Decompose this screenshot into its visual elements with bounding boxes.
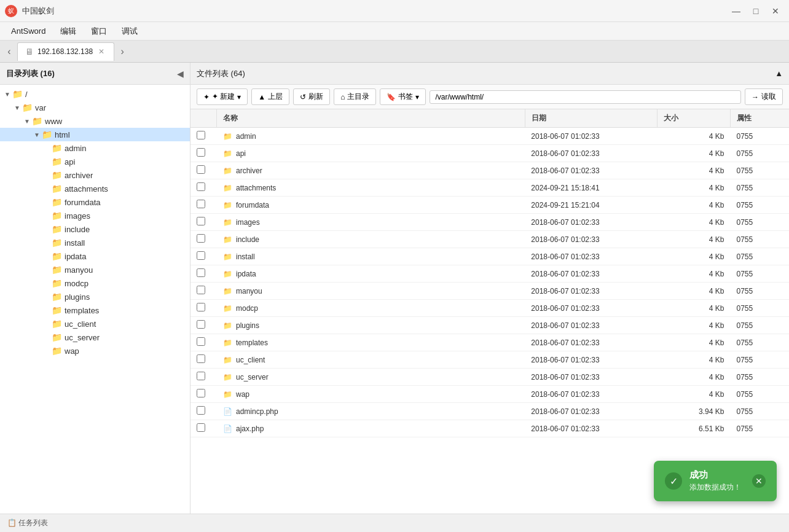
- tree-expand-icon[interactable]: [42, 157, 52, 166]
- row-checkbox[interactable]: [197, 165, 205, 174]
- table-row[interactable]: 📁admin2018-06-07 01:02:334 Kb0755: [190, 128, 789, 145]
- tree-item[interactable]: ▼📁var: [0, 101, 190, 114]
- row-checkbox[interactable]: [197, 303, 205, 311]
- row-checkbox[interactable]: [197, 148, 205, 157]
- tree-expand-icon[interactable]: [42, 332, 52, 342]
- table-row[interactable]: 📁uc_client2018-06-07 01:02:334 Kb0755: [190, 351, 789, 369]
- table-row[interactable]: 📁ipdata2018-06-07 01:02:334 Kb0755: [190, 265, 789, 283]
- tree-expand-icon[interactable]: [42, 346, 52, 356]
- folder-icon: 📁: [223, 356, 232, 364]
- table-row[interactable]: 📄admincp.php2018-06-07 01:02:333.94 Kb07…: [190, 403, 789, 420]
- toast-close-button[interactable]: ✕: [752, 474, 766, 488]
- table-row[interactable]: 📁wap2018-06-07 01:02:334 Kb0755: [190, 386, 789, 403]
- tree-expand-icon[interactable]: [42, 143, 52, 153]
- refresh-button[interactable]: ↺ 刷新: [293, 88, 330, 105]
- tree-item[interactable]: 📁wap: [0, 344, 190, 358]
- menu-item-AntSword[interactable]: AntSword: [5, 24, 52, 38]
- left-panel-toggle[interactable]: ◀: [177, 69, 184, 79]
- tree-expand-icon[interactable]: ▼: [32, 130, 42, 139]
- row-checkbox[interactable]: [197, 423, 205, 432]
- tree-item[interactable]: ▼📁www: [0, 114, 190, 128]
- tree-item[interactable]: 📁modcp: [0, 276, 190, 290]
- menu-item-窗口[interactable]: 窗口: [85, 23, 113, 39]
- read-button[interactable]: → 读取: [745, 88, 783, 105]
- menu-item-调试[interactable]: 调试: [116, 23, 144, 39]
- table-row[interactable]: 📁install2018-06-07 01:02:334 Kb0755: [190, 248, 789, 265]
- tree-expand-icon[interactable]: [42, 184, 52, 194]
- tree-expand-icon[interactable]: [42, 224, 52, 234]
- row-checkbox[interactable]: [197, 182, 205, 191]
- tree-item[interactable]: 📁admin: [0, 141, 190, 155]
- tree-expand-icon[interactable]: [42, 211, 52, 221]
- minimize-button[interactable]: —: [728, 4, 745, 18]
- tree-item[interactable]: 📁manyou: [0, 263, 190, 276]
- tree-item[interactable]: 📁images: [0, 209, 190, 222]
- menu-bar: AntSword编辑窗口调试: [0, 22, 789, 41]
- table-row[interactable]: 📄ajax.php2018-06-07 01:02:336.51 Kb0755: [190, 420, 789, 437]
- tree-expand-icon[interactable]: [42, 305, 52, 315]
- tab-item[interactable]: 🖥 192.168.132.138 ✕: [17, 42, 114, 61]
- table-row[interactable]: 📁api2018-06-07 01:02:334 Kb0755: [190, 145, 789, 162]
- table-row[interactable]: 📁plugins2018-06-07 01:02:334 Kb0755: [190, 317, 789, 334]
- up-button[interactable]: ▲ 上层: [251, 88, 289, 105]
- path-input[interactable]: [430, 90, 741, 104]
- table-row[interactable]: 📁templates2018-06-07 01:02:334 Kb0755: [190, 334, 789, 351]
- table-row[interactable]: 📁archiver2018-06-07 01:02:334 Kb0755: [190, 162, 789, 179]
- table-row[interactable]: 📁uc_server2018-06-07 01:02:334 Kb0755: [190, 369, 789, 386]
- tree-expand-icon[interactable]: ▼: [2, 89, 12, 99]
- new-button[interactable]: ✦ ✦ 新建 ▾: [197, 88, 248, 105]
- tree-expand-icon[interactable]: ▼: [22, 116, 32, 126]
- tree-expand-icon[interactable]: [42, 170, 52, 180]
- row-checkbox[interactable]: [197, 268, 205, 277]
- tree-item[interactable]: 📁api: [0, 155, 190, 168]
- tree-expand-icon[interactable]: [42, 319, 52, 329]
- tree-item[interactable]: 📁include: [0, 222, 190, 236]
- row-checkbox[interactable]: [197, 354, 205, 363]
- table-row[interactable]: 📁images2018-06-07 01:02:334 Kb0755: [190, 214, 789, 231]
- right-panel-toggle[interactable]: ▲: [775, 69, 783, 78]
- tree-expand-icon[interactable]: [42, 251, 52, 261]
- tree-item[interactable]: 📁uc_client: [0, 317, 190, 331]
- row-checkbox[interactable]: [197, 217, 205, 225]
- tree-expand-icon[interactable]: [42, 238, 52, 248]
- table-row[interactable]: 📁attachments2024-09-21 15:18:414 Kb0755: [190, 179, 789, 197]
- row-checkbox[interactable]: [197, 286, 205, 294]
- row-checkbox[interactable]: [197, 251, 205, 260]
- row-checkbox[interactable]: [197, 337, 205, 346]
- table-row[interactable]: 📁include2018-06-07 01:02:334 Kb0755: [190, 231, 789, 248]
- tree-item[interactable]: 📁archiver: [0, 168, 190, 182]
- table-row[interactable]: 📁manyou2018-06-07 01:02:334 Kb0755: [190, 283, 789, 300]
- close-button[interactable]: ✕: [767, 4, 784, 18]
- row-checkbox[interactable]: [197, 200, 205, 208]
- row-checkbox[interactable]: [197, 320, 205, 329]
- tree-item[interactable]: 📁forumdata: [0, 195, 190, 209]
- table-row[interactable]: 📁modcp2018-06-07 01:02:334 Kb0755: [190, 300, 789, 317]
- tab-prev-button[interactable]: ‹: [2, 42, 16, 61]
- home-button[interactable]: ⌂ 主目录: [334, 88, 376, 105]
- tab-next-button[interactable]: ›: [116, 42, 129, 61]
- row-name: 📁manyou: [217, 283, 525, 300]
- tab-close-button[interactable]: ✕: [96, 47, 106, 57]
- tree-item[interactable]: 📁plugins: [0, 290, 190, 303]
- bookmark-button[interactable]: 🔖 书签 ▾: [380, 88, 426, 105]
- row-checkbox[interactable]: [197, 131, 205, 139]
- tree-item[interactable]: 📁install: [0, 236, 190, 249]
- tree-expand-icon[interactable]: [42, 278, 52, 288]
- tree-expand-icon[interactable]: [42, 292, 52, 302]
- table-row[interactable]: 📁forumdata2024-09-21 15:21:044 Kb0755: [190, 197, 789, 214]
- tree-item[interactable]: ▼📁/: [0, 87, 190, 101]
- row-checkbox[interactable]: [197, 406, 205, 415]
- tree-item[interactable]: 📁attachments: [0, 182, 190, 195]
- menu-item-编辑[interactable]: 编辑: [54, 23, 82, 39]
- tree-expand-icon[interactable]: ▼: [12, 103, 22, 112]
- row-checkbox[interactable]: [197, 389, 205, 397]
- row-checkbox[interactable]: [197, 234, 205, 243]
- tree-expand-icon[interactable]: [42, 197, 52, 207]
- tree-item[interactable]: 📁uc_server: [0, 331, 190, 344]
- tree-expand-icon[interactable]: [42, 265, 52, 275]
- row-checkbox[interactable]: [197, 372, 205, 380]
- maximize-button[interactable]: □: [747, 4, 764, 18]
- tree-item[interactable]: 📁templates: [0, 303, 190, 317]
- tree-item[interactable]: ▼📁html: [0, 128, 190, 141]
- tree-item[interactable]: 📁ipdata: [0, 249, 190, 263]
